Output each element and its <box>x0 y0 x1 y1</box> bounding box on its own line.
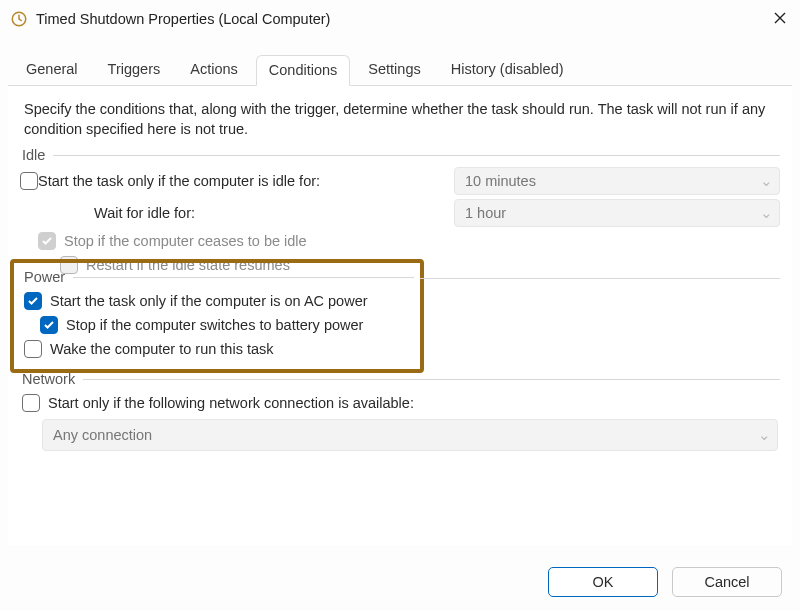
network-section-title: Network <box>22 371 75 387</box>
tab-actions[interactable]: Actions <box>178 55 250 86</box>
label-network-connection: Start only if the following network conn… <box>48 395 414 411</box>
checkbox-wake-computer[interactable] <box>24 340 42 358</box>
cancel-button[interactable]: Cancel <box>672 567 782 597</box>
divider <box>420 278 780 279</box>
window-title: Timed Shutdown Properties (Local Compute… <box>36 11 330 27</box>
label-start-only-idle: Start the task only if the computer is i… <box>38 173 320 189</box>
tab-settings[interactable]: Settings <box>356 55 432 86</box>
ok-button[interactable]: OK <box>548 567 658 597</box>
divider <box>73 277 414 278</box>
idle-section: Idle Start the task only if the computer… <box>20 147 780 277</box>
idle-section-title: Idle <box>22 147 45 163</box>
network-connection-dropdown[interactable]: Any connection ⌄ <box>42 419 778 451</box>
checkbox-start-on-ac[interactable] <box>24 292 42 310</box>
label-start-on-ac: Start the task only if the computer is o… <box>50 293 368 309</box>
label-stop-if-not-idle: Stop if the computer ceases to be idle <box>64 233 307 249</box>
conditions-description: Specify the conditions that, along with … <box>24 100 776 139</box>
network-connection-value: Any connection <box>53 427 152 443</box>
chevron-down-icon: ⌄ <box>758 427 771 443</box>
dialog-footer: OK Cancel <box>548 567 782 597</box>
divider <box>83 379 780 380</box>
conditions-panel: Specify the conditions that, along with … <box>8 85 792 545</box>
tab-triggers[interactable]: Triggers <box>96 55 173 86</box>
power-section-header: Power <box>24 269 414 285</box>
label-stop-on-battery: Stop if the computer switches to battery… <box>66 317 363 333</box>
network-section: Network Start only if the following netw… <box>20 371 780 451</box>
titlebar: Timed Shutdown Properties (Local Compute… <box>0 0 800 38</box>
divider <box>53 155 780 156</box>
power-highlight: Power Start the task only if the compute… <box>10 259 424 373</box>
checkbox-start-only-idle[interactable] <box>20 172 38 190</box>
network-section-header: Network <box>22 371 780 387</box>
clock-icon <box>10 10 28 28</box>
close-button[interactable] <box>770 8 790 28</box>
tab-history[interactable]: History (disabled) <box>439 55 576 86</box>
chevron-down-icon: ⌄ <box>760 205 773 221</box>
idle-duration-dropdown[interactable]: 10 minutes ⌄ <box>454 167 780 195</box>
checkbox-stop-on-battery[interactable] <box>40 316 58 334</box>
label-wait-for-idle: Wait for idle for: <box>94 205 195 221</box>
tab-strip: General Triggers Actions Conditions Sett… <box>0 38 800 85</box>
idle-duration-value: 10 minutes <box>465 173 536 189</box>
power-section-title: Power <box>24 269 65 285</box>
checkbox-stop-if-not-idle[interactable] <box>38 232 56 250</box>
close-icon <box>774 12 786 24</box>
checkbox-network-connection[interactable] <box>22 394 40 412</box>
idle-section-header: Idle <box>22 147 780 163</box>
label-wake-computer: Wake the computer to run this task <box>50 341 274 357</box>
wait-duration-value: 1 hour <box>465 205 506 221</box>
chevron-down-icon: ⌄ <box>760 173 773 189</box>
wait-duration-dropdown[interactable]: 1 hour ⌄ <box>454 199 780 227</box>
tab-conditions[interactable]: Conditions <box>256 55 351 86</box>
tab-general[interactable]: General <box>14 55 90 86</box>
